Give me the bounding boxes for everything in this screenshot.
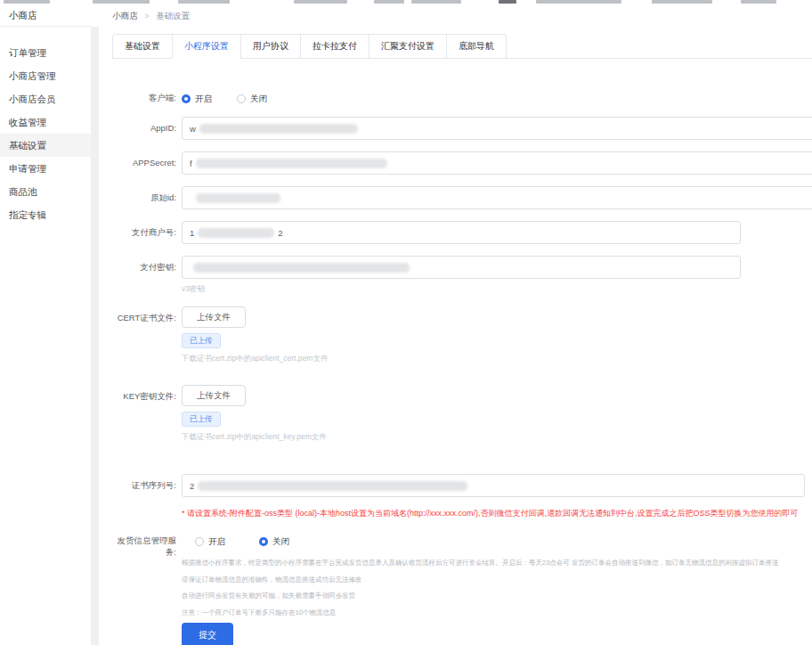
- sidebar-item-album[interactable]: 指定专辑: [0, 203, 91, 226]
- merchant-no-redacted-value: [198, 228, 274, 238]
- breadcrumb-root[interactable]: 小商店: [112, 11, 138, 20]
- cert-file-hint: 下载证书cert.zip中的apiclient_cert.pem文件: [182, 353, 328, 363]
- shipping-radio-off[interactable]: 关闭: [259, 536, 289, 548]
- tab-lakala-pay[interactable]: 拉卡拉支付: [300, 35, 369, 59]
- client-label: 客户端:: [112, 91, 176, 103]
- shipping-description: 根据微信小程序要求，特定类型的小程序需要在平台完成发货信息录入及确认收货流程后方…: [182, 555, 778, 621]
- shipping-desc-line: 根据微信小程序要求，特定类型的小程序需要在平台完成发货信息录入及确认收货流程后方…: [182, 555, 778, 572]
- radio-on-icon: [259, 537, 268, 546]
- appid-redacted-value: [199, 124, 358, 134]
- sidebar-item-store-member[interactable]: 小商店会员: [0, 87, 91, 110]
- merchant-no-value-suffix: 2: [278, 228, 282, 238]
- key-uploaded-badge: 已上传: [182, 412, 221, 427]
- merchant-no-value-prefix: 1: [190, 228, 194, 238]
- shipping-radio-group: 开启 关闭: [195, 534, 778, 548]
- shipping-radio-on-label: 开启: [208, 536, 225, 548]
- cert-file-label: CERT证书文件:: [112, 306, 176, 323]
- sidebar-divider: [91, 27, 99, 645]
- shipping-desc-line: 自动进行同步发货有失败的可能，如失败需要手动同步发货: [182, 588, 778, 605]
- original-id-redacted-value: [196, 193, 280, 203]
- radio-off-icon: [195, 537, 204, 546]
- radio-off-icon: [237, 94, 246, 103]
- sidebar-title: 小商店: [0, 5, 91, 27]
- appid-input[interactable]: w: [182, 117, 812, 140]
- radio-on-icon: [182, 94, 191, 103]
- sidebar-item-store-mgmt[interactable]: 小商店管理: [0, 64, 91, 87]
- sidebar-item-apply-mgmt[interactable]: 申请管理: [0, 157, 91, 180]
- pay-key-input[interactable]: [182, 256, 741, 279]
- pay-key-hint: v3密钥: [182, 283, 741, 294]
- shipping-label: 发货信息管理服务:: [112, 534, 176, 558]
- submit-button[interactable]: 提交: [182, 623, 233, 645]
- key-upload-button[interactable]: 上传文件: [182, 385, 246, 406]
- breadcrumb: 小商店 > 基础设置: [99, 5, 812, 27]
- cert-serial-input[interactable]: 2: [182, 474, 805, 497]
- shipping-desc-line: 请保证订单物流信息的准确性，物流信息推送成功后无法修改: [182, 572, 778, 589]
- tab-user-agreement[interactable]: 用户协议: [240, 35, 300, 59]
- cert-serial-redacted-value: [198, 481, 467, 491]
- original-id-label: 原始id:: [112, 186, 176, 203]
- client-radio-off-label: 关闭: [250, 94, 267, 105]
- client-radio-group: 开启 关闭: [182, 91, 292, 105]
- appsecret-label: APPSecret:: [112, 151, 176, 168]
- main-content: 小商店 > 基础设置 基础设置 小程序设置 用户协议 拉卡拉支付 汇聚支付设置 …: [99, 5, 812, 645]
- tab-miniapp-settings[interactable]: 小程序设置: [172, 35, 240, 59]
- sidebar-item-product-pool[interactable]: 商品池: [0, 180, 91, 203]
- appsecret-redacted-value: [196, 159, 387, 168]
- tab-footer-nav[interactable]: 底部导航: [446, 35, 506, 59]
- sidebar-item-order-mgmt[interactable]: 订单管理: [0, 41, 91, 64]
- settings-form: 客户端: 开启 关闭 AppID: w: [99, 59, 812, 645]
- cert-uploaded-badge: 已上传: [182, 333, 221, 348]
- merchant-no-label: 支付商户号:: [112, 221, 176, 238]
- oss-warning-text: * 请设置系统-附件配置-oss类型 (local)-本地host设置为当前域名…: [182, 508, 805, 519]
- sidebar-item-revenue-mgmt[interactable]: 收益管理: [0, 110, 91, 134]
- cert-serial-label: 证书序列号:: [112, 474, 176, 491]
- original-id-input[interactable]: [182, 186, 812, 209]
- client-radio-on[interactable]: 开启: [182, 94, 212, 105]
- tab-basic-settings[interactable]: 基础设置: [113, 35, 172, 59]
- sidebar: 小商店 订单管理 小商店管理 小商店会员 收益管理 基础设置 申请管理 商品池 …: [0, 5, 91, 645]
- sidebar-item-basic-settings[interactable]: 基础设置: [0, 134, 91, 157]
- merchant-no-input[interactable]: 1 2: [182, 221, 741, 244]
- tab-joinpay-settings[interactable]: 汇聚支付设置: [369, 35, 446, 59]
- appsecret-value-prefix: f: [190, 159, 192, 168]
- key-file-label: KEY密钥文件:: [112, 385, 176, 402]
- sidebar-nav: 订单管理 小商店管理 小商店会员 收益管理 基础设置 申请管理 商品池 指定专辑: [0, 27, 91, 226]
- client-radio-on-label: 开启: [195, 94, 212, 105]
- appid-value-prefix: w: [190, 124, 196, 134]
- shipping-radio-off-label: 关闭: [272, 536, 289, 548]
- appsecret-input[interactable]: f: [182, 151, 812, 175]
- client-radio-off[interactable]: 关闭: [237, 94, 267, 105]
- pay-key-redacted-value: [193, 263, 410, 273]
- breadcrumb-separator: >: [144, 11, 150, 20]
- shipping-desc-line: 注意：一个商户订单号下最多只能存在10个物流信息: [182, 605, 778, 622]
- key-file-hint: 下载证书cert.zip中的apiclient_key.pem文件: [182, 431, 327, 442]
- cert-upload-button[interactable]: 上传文件: [182, 306, 246, 328]
- pay-key-label: 支付密钥:: [112, 256, 176, 273]
- breadcrumb-current: 基础设置: [156, 11, 190, 20]
- appid-label: AppID:: [112, 117, 176, 134]
- tab-bar: 基础设置 小程序设置 用户协议 拉卡拉支付 汇聚支付设置 底部导航: [112, 34, 812, 59]
- cert-serial-value-prefix: 2: [190, 481, 194, 491]
- shipping-radio-on[interactable]: 开启: [195, 536, 225, 548]
